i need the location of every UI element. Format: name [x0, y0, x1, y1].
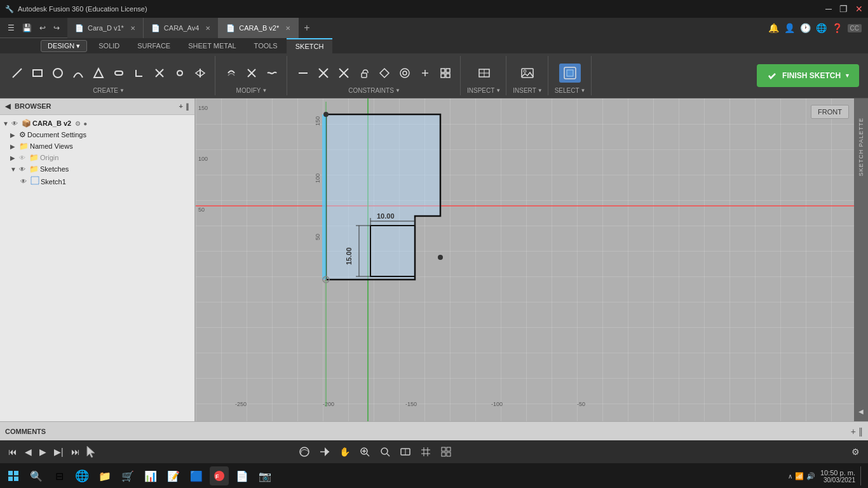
perpendicular-constraint[interactable]: [334, 65, 353, 81]
visibility-icon[interactable]: 👁: [20, 178, 29, 185]
clock-display[interactable]: 10:50 p. m. 30/03/2021: [820, 469, 855, 484]
palette-arrow[interactable]: ◀: [858, 408, 864, 415]
word-btn[interactable]: 📝: [164, 466, 183, 485]
expand-icon[interactable]: ▶: [10, 154, 18, 161]
tree-item-named-views[interactable]: ▶ 📁 Named Views: [0, 140, 194, 152]
zoom-btn[interactable]: [356, 445, 374, 459]
design-button[interactable]: DESIGN ▾: [41, 40, 87, 52]
tab-sketch[interactable]: SKETCH: [287, 38, 333, 53]
circle-tool[interactable]: [48, 65, 67, 81]
minimize-btn[interactable]: ─: [825, 4, 832, 14]
horizontal-constraint[interactable]: [294, 65, 313, 81]
menu-btn[interactable]: ☰: [5, 22, 17, 34]
tab-sheet-metal[interactable]: SHEET METAL: [179, 38, 245, 53]
pan-btn[interactable]: ✋: [336, 445, 353, 458]
collapse-icon[interactable]: ▼: [3, 120, 10, 127]
settings-cog-btn[interactable]: ⚙: [848, 445, 863, 458]
fusion-btn[interactable]: F: [210, 466, 229, 485]
tab-cara-b[interactable]: 📄 CARA_B v2* ✕: [219, 18, 299, 38]
tree-item-doc-settings[interactable]: ▶ ⚙ Document Settings: [0, 129, 194, 140]
diagonal-constraint[interactable]: [314, 65, 333, 81]
add-tab-btn[interactable]: +: [299, 22, 315, 34]
nav-next-btn[interactable]: ▶|: [51, 445, 67, 458]
task-view-btn[interactable]: ⊟: [50, 466, 69, 485]
start-btn[interactable]: [4, 466, 23, 485]
orbit-btn[interactable]: [295, 445, 313, 459]
pattern-constraint[interactable]: [436, 65, 455, 81]
fillet-tool[interactable]: [130, 65, 149, 81]
visibility-icon[interactable]: 👁: [19, 154, 28, 161]
view-options-btn[interactable]: [397, 445, 414, 459]
search-btn[interactable]: 🔍: [27, 466, 46, 485]
title-controls[interactable]: ─ ❐ ✕: [825, 4, 863, 14]
view-cube[interactable]: FRONT: [811, 105, 849, 119]
rectangle-tool[interactable]: [28, 65, 47, 81]
excel-btn[interactable]: 📊: [141, 466, 160, 485]
close-btn[interactable]: ✕: [855, 4, 863, 14]
nav-first-btn[interactable]: ⏮: [5, 445, 20, 458]
pdf-btn[interactable]: 📄: [233, 466, 252, 485]
tab-close[interactable]: ✕: [130, 25, 135, 32]
browser-add-btn[interactable]: +: [179, 102, 183, 111]
edge-btn[interactable]: 🌐: [72, 466, 92, 485]
insert-image-tool[interactable]: [517, 64, 538, 83]
nav-prev-btn[interactable]: ◀: [22, 445, 35, 458]
volume-icon[interactable]: 🔊: [806, 472, 815, 480]
grid-btn[interactable]: [417, 445, 435, 459]
tree-item-sketches[interactable]: ▼ 👁 📁 Sketches: [0, 163, 194, 175]
browser-menu-btn[interactable]: ‖: [186, 102, 189, 111]
account-icon[interactable]: 👤: [784, 23, 795, 33]
display-settings-btn[interactable]: [437, 445, 455, 459]
tree-item-sketch1[interactable]: 👁 Sketch1: [0, 175, 194, 188]
show-desktop-btn[interactable]: [860, 466, 864, 485]
select-tool[interactable]: [559, 64, 581, 83]
zoom-fit-btn[interactable]: [376, 445, 394, 459]
network-icon[interactable]: 📶: [795, 472, 804, 480]
visibility-icon[interactable]: 👁: [19, 166, 28, 173]
selected-shape[interactable]: [326, 114, 440, 280]
break-tool[interactable]: [262, 65, 281, 81]
tab-tools[interactable]: TOOLS: [245, 38, 287, 53]
trim-tool[interactable]: [150, 65, 169, 81]
coincident-constraint[interactable]: [416, 65, 435, 81]
tab-solid[interactable]: SOLID: [90, 38, 128, 53]
line-tool[interactable]: [8, 65, 27, 81]
explorer-btn[interactable]: 📁: [95, 466, 114, 485]
tab-cara-d[interactable]: 📄 Cara_D v1* ✕: [67, 18, 144, 38]
nav-play-btn[interactable]: ▶: [36, 445, 50, 458]
offset-tool[interactable]: [222, 65, 241, 81]
explode-tool[interactable]: [242, 65, 261, 81]
photos-btn[interactable]: 📷: [255, 466, 275, 485]
measure-tool[interactable]: [473, 64, 495, 83]
add-comment-btn[interactable]: +: [851, 426, 856, 437]
comments-menu-btn[interactable]: ‖: [858, 426, 863, 437]
teams-btn[interactable]: 🟦: [187, 466, 206, 485]
sketch-palette[interactable]: SKETCH PALETTE ◀: [854, 98, 868, 421]
nav-last-btn[interactable]: ⏭: [68, 445, 83, 458]
collapse-icon[interactable]: ▼: [10, 166, 18, 173]
canvas-area[interactable]: -250 -200 -150 -100 -50 150 100 50 150 1…: [196, 98, 868, 421]
root-settings[interactable]: ⚙: [75, 120, 81, 127]
store-btn[interactable]: 🛒: [118, 466, 137, 485]
lock-constraint[interactable]: [355, 65, 374, 81]
tab-cara-a[interactable]: 📄 CARA_Av4 ✕: [144, 18, 219, 38]
tab-surface[interactable]: SURFACE: [128, 38, 179, 53]
tree-item-origin[interactable]: ▶ 👁 📁 Origin: [0, 152, 194, 163]
globe-icon[interactable]: 🌐: [816, 23, 827, 33]
project-tool[interactable]: [170, 65, 189, 81]
mirror-tool[interactable]: [191, 65, 210, 81]
redo-btn[interactable]: ↪: [51, 22, 62, 34]
equal-constraint[interactable]: [375, 65, 394, 81]
look-btn[interactable]: [316, 445, 334, 459]
save-btn[interactable]: 💾: [20, 22, 34, 34]
help-icon[interactable]: ❓: [832, 23, 843, 33]
restore-btn[interactable]: ❐: [839, 4, 848, 14]
tree-item-root[interactable]: ▼ 👁 📦 CARA_B v2 ⚙ ●: [0, 118, 194, 129]
tray-arrow[interactable]: ∧: [788, 473, 792, 480]
finish-sketch-btn[interactable]: FINISH SKETCH ▼: [757, 64, 859, 87]
undo-btn[interactable]: ↩: [37, 22, 48, 34]
slot-tool[interactable]: [109, 65, 128, 81]
tab-close[interactable]: ✕: [285, 25, 290, 32]
expand-icon[interactable]: ▶: [10, 132, 18, 139]
expand-icon[interactable]: ▶: [10, 143, 18, 150]
